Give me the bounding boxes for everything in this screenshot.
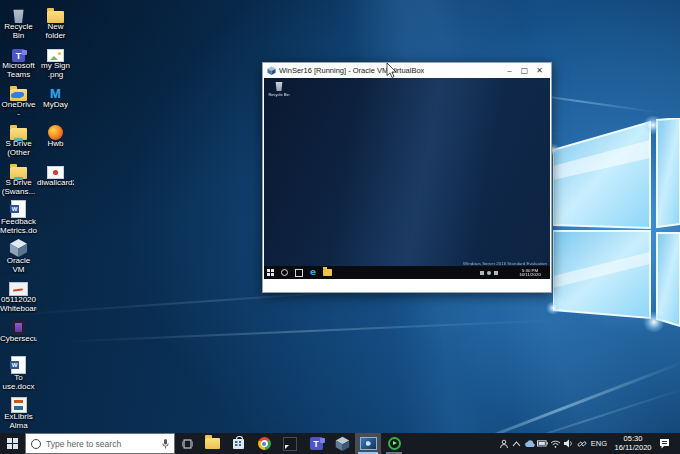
taskbar-microsoft-teams[interactable] [303, 433, 329, 454]
vm-file-explorer-icon[interactable] [323, 269, 332, 276]
window-title: WinSer16 [Running] - Oracle VM VirtualBo… [279, 66, 424, 75]
taskbar-virtualbox[interactable] [329, 433, 355, 454]
glow-dot [546, 301, 560, 315]
desktop-icon-label: S Drive (Swans... [0, 179, 37, 196]
desktop-icon-label: Hwb [47, 140, 63, 149]
people-button[interactable] [497, 439, 510, 449]
image-file-icon [47, 42, 64, 62]
network-button[interactable] [549, 440, 562, 448]
vm-date: 16/11/2020 [519, 273, 541, 277]
vm-tray-icon[interactable] [480, 271, 484, 275]
image-file-icon [47, 159, 64, 179]
desktop-icon-microsoft-teams[interactable]: Microsoft Teams [0, 42, 37, 79]
task-view-button[interactable] [175, 433, 199, 454]
desktop-icon-label: OneDrive - University .. [0, 101, 37, 118]
people-icon [499, 439, 509, 449]
start-button[interactable] [0, 433, 25, 454]
vm-clock[interactable]: 5:30 PM 16/11/2020 [519, 268, 541, 277]
taskbar: Type here to search [0, 433, 680, 454]
desktop-icon-label: diwalicard2... [37, 179, 74, 188]
microphone-icon[interactable] [162, 439, 169, 449]
connect-button[interactable] [575, 439, 588, 449]
hidden-icons-button[interactable] [510, 441, 523, 447]
microsoft-store-icon [233, 439, 244, 449]
vm-edge-icon[interactable]: e [310, 268, 316, 277]
notes-app-icon [283, 437, 297, 451]
desktop-icon-label: Oracle VM VirtualBox [0, 257, 37, 274]
teams-icon [12, 42, 25, 62]
minimize-button[interactable]: – [502, 64, 517, 78]
maximize-button[interactable]: ▢ [517, 64, 532, 78]
chevron-up-icon [512, 441, 521, 447]
action-center-icon [659, 438, 670, 449]
onedrive-tray-button[interactable] [523, 440, 536, 448]
desktop-icon-s-drive-swansea[interactable]: S Drive (Swans... [0, 159, 37, 196]
task-view-icon [182, 439, 193, 449]
action-center-button[interactable] [656, 438, 673, 449]
onedrive-cloud-icon [524, 440, 536, 448]
recycle-bin-icon [13, 3, 25, 23]
desktop-icon-whiteboard[interactable]: 05112020 Whiteboard... [0, 276, 37, 313]
vm-tray-icon[interactable] [494, 271, 498, 275]
virtualbox-titlebar[interactable]: WinSer16 [Running] - Oracle VM VirtualBo… [263, 63, 551, 78]
virtualbox-vm-icon [360, 437, 377, 450]
taskbar-screen-recorder[interactable] [381, 433, 407, 454]
desktop-icon-new-folder[interactable]: New folder [37, 3, 74, 40]
network-drive-icon [10, 159, 27, 179]
desktop-icon-label: Feedback Metrics.docx [0, 218, 37, 235]
teams-icon [310, 437, 323, 450]
battery-button[interactable] [536, 440, 549, 447]
whiteboard-icon [9, 276, 28, 296]
desktop-icon-to-use-docx[interactable]: To use.docx [0, 354, 37, 391]
taskbar-date: 16/11/2020 [610, 444, 656, 453]
taskbar-virtualbox-vm[interactable] [355, 433, 381, 454]
taskbar-file-explorer[interactable] [199, 433, 225, 454]
vm-taskbar: e 5:30 PM 16/11/2020 [264, 266, 550, 279]
volume-button[interactable] [562, 439, 575, 448]
desktop-icon-label: To use.docx [0, 374, 37, 391]
onedrive-folder-icon [10, 81, 27, 101]
desktop-icon-cybersecurity[interactable]: Cybersecuri... [0, 315, 37, 352]
virtualbox-window: WinSer16 [Running] - Oracle VM VirtualBo… [262, 62, 552, 293]
hwb-icon [48, 120, 63, 140]
desktop-icon-diwalicard[interactable]: diwalicard2... [37, 159, 74, 196]
desktop-icon-hwb[interactable]: Hwb [37, 120, 74, 157]
windows-desktop: Recycle Bin Microsoft Teams OneDrive - U… [0, 0, 680, 454]
desktop-icon-feedback-metrics[interactable]: Feedback Metrics.docx [0, 198, 37, 235]
taskbar-clock[interactable]: 05:30 16/11/2020 [610, 435, 656, 452]
window-controls: – ▢ ✕ [502, 64, 547, 78]
vm-tray-icon[interactable] [487, 271, 491, 275]
desktop-icon-recycle-bin[interactable]: Recycle Bin [0, 3, 37, 40]
vm-search-icon[interactable] [281, 269, 288, 276]
desktop-icon-onedrive-university[interactable]: OneDrive - University .. [0, 81, 37, 118]
link-icon [577, 439, 587, 449]
word-doc-icon [11, 354, 26, 374]
myday-icon [48, 81, 63, 101]
vm-recycle-bin[interactable]: Recycle Bin [268, 81, 290, 101]
network-drive-icon [10, 120, 27, 140]
virtualbox-cube-icon [9, 237, 28, 257]
vm-task-view-icon[interactable] [295, 269, 303, 277]
desktop-icons-column-1: Recycle Bin Microsoft Teams OneDrive - U… [0, 3, 37, 432]
desktop-icon-label: MyDay [43, 101, 68, 110]
desktop-icon-s-drive-other[interactable]: S Drive (Other sit... [0, 120, 37, 157]
search-input[interactable]: Type here to search [25, 433, 175, 454]
windows-logo-wallpaper [553, 118, 680, 340]
desktop-icon-exlibris-alma[interactable]: ExLibris Alma [0, 393, 37, 430]
desktop-icon-oracle-virtualbox[interactable]: Oracle VM VirtualBox [0, 237, 37, 274]
vm-screen[interactable]: Recycle Bin Windows Server 2016 Standard… [264, 78, 550, 279]
desktop-icon-label: Microsoft Teams [0, 62, 37, 79]
chrome-icon [258, 437, 271, 450]
taskbar-notes-app[interactable] [277, 433, 303, 454]
vm-start-button[interactable] [267, 269, 274, 276]
folder-icon [47, 3, 64, 23]
taskbar-microsoft-store[interactable] [225, 433, 251, 454]
language-indicator[interactable]: ENG [588, 439, 610, 448]
taskbar-chrome[interactable] [251, 433, 277, 454]
vm-system-tray: 5:30 PM 16/11/2020 [480, 265, 547, 280]
desktop-icon-myday[interactable]: MyDay [37, 81, 74, 118]
desktop-icon-my-sign-png[interactable]: my Sign .png [37, 42, 74, 79]
virtualbox-app-icon [267, 66, 276, 75]
volume-icon [564, 439, 574, 448]
close-button[interactable]: ✕ [532, 64, 547, 78]
